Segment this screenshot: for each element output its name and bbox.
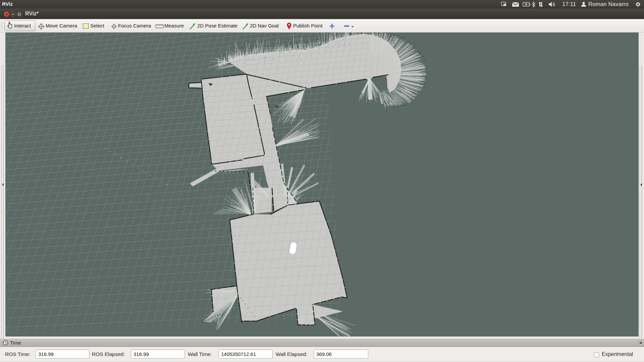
svg-text:17:11: 17:11 (562, 1, 576, 7)
svg-text:Roman Navarro: Roman Navarro (588, 1, 629, 7)
